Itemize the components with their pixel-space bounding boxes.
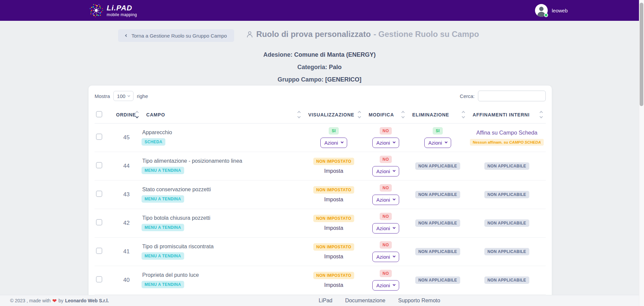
copyright-mid: by xyxy=(58,298,63,303)
azioni-select[interactable]: Azioni xyxy=(372,252,399,262)
azioni-select[interactable]: Azioni xyxy=(372,166,399,176)
ordine-cell: 41 xyxy=(111,237,142,266)
modifica-cell: NOAzioni xyxy=(364,241,408,262)
sort-up-icon xyxy=(462,111,465,114)
row-checkbox[interactable] xyxy=(96,162,102,168)
chevron-down-icon xyxy=(393,283,395,286)
imposta-link[interactable]: Imposta xyxy=(324,197,343,203)
app-header: Li.PAD mobile mapping leoweb xyxy=(0,0,639,21)
modifica-cell: NOAzioni xyxy=(364,156,408,176)
azioni-select[interactable]: Azioni xyxy=(320,138,347,148)
imposta-link[interactable]: Imposta xyxy=(324,282,343,288)
page-footer: © 2023 , made with ❤ by Leonardo Web S.r… xyxy=(0,295,639,306)
scrollbar-thumb[interactable] xyxy=(640,3,643,106)
gruppo-campo-value: [GENERICO] xyxy=(325,76,362,83)
footer-links: LiPad Documentazione Supporto Remoto xyxy=(319,295,440,306)
search-input[interactable] xyxy=(478,91,546,101)
modifica-badge: NO xyxy=(380,184,392,192)
column-header-affinamenti-interni[interactable]: AFFINAMENTI INTERNI xyxy=(473,112,530,117)
campo-name: Stato conservazione pozzetti xyxy=(142,187,304,193)
affinamenti-badge: NON APPLICABILE xyxy=(484,191,529,198)
page-size-select[interactable]: 100 xyxy=(113,91,133,101)
sort-down-icon xyxy=(136,115,139,118)
azioni-select[interactable]: Azioni xyxy=(372,280,399,291)
row-checkbox[interactable] xyxy=(96,276,102,283)
sort-icons-campo[interactable] xyxy=(298,111,300,118)
table-row: 42Tipo botola chiusura pozzettiMENU A TE… xyxy=(95,209,546,237)
sort-icons-modifica[interactable] xyxy=(402,111,404,118)
online-status-dot xyxy=(544,13,548,17)
table-row: 45ApparecchioSCHEDASIAzioniNOAzioniSIAzi… xyxy=(95,123,546,152)
sort-icons-eliminazione[interactable] xyxy=(462,111,465,118)
eliminazione-badge: NON APPLICABILE xyxy=(415,276,460,284)
sort-up-icon xyxy=(358,111,361,114)
footer-link-documentazione[interactable]: Documentazione xyxy=(345,298,385,304)
modifica-badge: NO xyxy=(380,213,392,220)
categoria-value: Palo xyxy=(329,64,342,70)
logo-starburst-icon xyxy=(89,3,104,18)
scrollbar-track[interactable] xyxy=(639,0,644,306)
azioni-select[interactable]: Azioni xyxy=(372,138,399,148)
visualizzazione-cell: NON IMPOSTATOImposta xyxy=(304,158,364,174)
sort-icons-visualizzazione[interactable] xyxy=(358,111,361,118)
chevron-down-icon xyxy=(393,255,395,257)
company-name: Leonardo Web S.r.l. xyxy=(65,298,109,303)
affina-link[interactable]: Affina su Campo Scheda xyxy=(476,130,537,136)
app-logo[interactable]: Li.PAD mobile mapping xyxy=(89,3,137,18)
imposta-link[interactable]: Imposta xyxy=(324,168,343,174)
sort-down-icon xyxy=(462,115,465,118)
azioni-select[interactable]: Azioni xyxy=(372,195,399,205)
modifica-cell: NOAzioni xyxy=(364,127,408,148)
row-checkbox[interactable] xyxy=(96,191,102,197)
sort-down-icon xyxy=(540,115,543,118)
campo-cell: Stato conservazione pozzettiMENU A TENDI… xyxy=(142,180,304,209)
eliminazione-badge: NON APPLICABILE xyxy=(415,219,460,227)
heart-icon: ❤ xyxy=(52,298,57,304)
footer-link-supporto-remoto[interactable]: Supporto Remoto xyxy=(398,298,440,304)
row-checkbox[interactable] xyxy=(96,134,102,140)
imposta-link[interactable]: Imposta xyxy=(324,225,343,231)
campo-type-badge: MENU A TENDINA xyxy=(142,224,184,231)
sort-up-icon xyxy=(540,111,543,114)
azioni-select[interactable]: Azioni xyxy=(424,138,451,148)
chevron-left-icon xyxy=(125,34,128,37)
column-header-ordine[interactable]: ORDINE xyxy=(116,112,136,117)
column-header-modifica[interactable]: MODIFICA xyxy=(369,112,394,117)
chevron-down-icon xyxy=(393,198,395,200)
sort-icons-affinamenti[interactable] xyxy=(540,111,542,118)
row-checkbox[interactable] xyxy=(96,219,102,225)
visualizzazione-badge: NON IMPOSTATO xyxy=(313,158,355,165)
sort-icons-ordine[interactable] xyxy=(136,111,138,118)
visualizzazione-cell: NON IMPOSTATOImposta xyxy=(304,215,364,231)
back-button-label: Torna a Gestione Ruolo su Gruppo Campo xyxy=(131,33,227,39)
column-header-campo[interactable]: CAMPO xyxy=(146,112,165,117)
column-header-visualizzazione[interactable]: VISUALIZZAZIONE xyxy=(308,112,354,117)
back-button[interactable]: Torna a Gestione Ruolo su Gruppo Campo xyxy=(118,29,234,42)
sort-up-icon xyxy=(136,111,139,114)
user-menu[interactable]: leoweb xyxy=(535,4,568,17)
campo-type-badge: MENU A TENDINA xyxy=(142,252,184,260)
affinamenti-badge: NON APPLICABILE xyxy=(484,276,529,284)
rows-label: righe xyxy=(137,93,148,99)
ordine-cell: 44 xyxy=(111,152,142,180)
campo-cell: Proprieta del punto luceMENU A TENDINA xyxy=(142,266,304,294)
azioni-label: Azioni xyxy=(324,140,338,146)
show-label: Mostra xyxy=(95,93,110,99)
copyright: © 2023 , made with ❤ by Leonardo Web S.r… xyxy=(10,295,109,306)
affinamenti-badge: NON APPLICABILE xyxy=(484,162,529,170)
visualizzazione-cell: SIAzioni xyxy=(304,127,364,148)
note-text: Nessun affinam. su xyxy=(473,140,509,144)
copyright-prefix: © 2023 , made with xyxy=(10,298,51,303)
affinamenti-badge: NON APPLICABILE xyxy=(484,219,529,227)
column-header-eliminazione[interactable]: ELIMINAZIONE xyxy=(412,112,449,117)
row-checkbox[interactable] xyxy=(96,248,102,254)
page-size-value: 100 xyxy=(117,93,125,99)
footer-link-lipad[interactable]: LiPad xyxy=(319,298,332,304)
azioni-select[interactable]: Azioni xyxy=(372,223,399,234)
ordine-cell: 40 xyxy=(111,266,142,294)
imposta-link[interactable]: Imposta xyxy=(324,254,343,260)
select-all-checkbox[interactable] xyxy=(96,111,102,117)
categoria-line: Categoria: Palo xyxy=(0,61,639,73)
visualizzazione-badge: SI xyxy=(329,127,339,135)
campo-cell: ApparecchioSCHEDA xyxy=(142,123,304,152)
